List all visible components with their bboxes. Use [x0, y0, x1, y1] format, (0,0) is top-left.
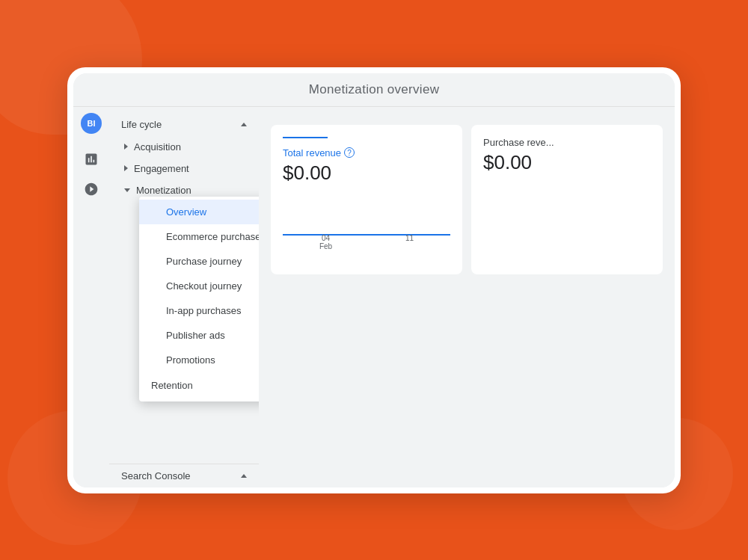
- dropdown-item-promotions[interactable]: Promotions: [139, 348, 259, 372]
- engagement-chevron-icon: [124, 165, 128, 171]
- dropdown-item-purchase-journey[interactable]: Purchase journey: [139, 249, 259, 274]
- purchase-revenue-value: $0.00: [483, 151, 651, 174]
- lifecycle-label: Life cycle: [121, 119, 162, 130]
- dropdown-item-retention[interactable]: Retention: [139, 372, 259, 399]
- nav-item-acquisition[interactable]: Acquisition: [109, 136, 259, 158]
- dropdown-item-in-app[interactable]: In-app purchases: [139, 298, 259, 323]
- dropdown-item-ecommerce[interactable]: Ecommerce purchases: [139, 224, 259, 249]
- avatar[interactable]: BI: [81, 113, 102, 134]
- icon-strip: BI: [73, 107, 109, 487]
- chart-label-11: 11: [405, 234, 414, 250]
- app-chrome: Monetization overview BI: [73, 73, 675, 487]
- total-revenue-value: $0.00: [283, 161, 450, 185]
- engagement-label: Engagement: [134, 163, 189, 174]
- app-header: Monetization overview: [73, 73, 675, 107]
- chart-labels: 04 Feb 11: [283, 234, 450, 250]
- dropdown-item-overview[interactable]: Overview: [139, 200, 259, 224]
- total-revenue-label: Total revenue ?: [283, 147, 450, 159]
- realtime-icon-btn[interactable]: [78, 176, 105, 203]
- main-content: Total revenue ? $0.00 04 Feb: [259, 107, 675, 487]
- monetization-dropdown: Overview Ecommerce purchases Purchase jo…: [139, 197, 259, 401]
- nav-panel: Life cycle Acquisition Engagement Moneti…: [109, 107, 259, 487]
- analytics-icon-btn[interactable]: [78, 146, 105, 173]
- acquisition-label: Acquisition: [134, 141, 181, 153]
- search-console-chevron-icon: [241, 474, 247, 478]
- dropdown-item-publisher-ads[interactable]: Publisher ads: [139, 323, 259, 348]
- app-body: BI Life cycle: [73, 107, 675, 487]
- chart-label-feb4: 04 Feb: [319, 234, 332, 250]
- purchase-revenue-card: Purchase reve... $0.00: [471, 125, 663, 274]
- search-console-label: Search Console: [121, 470, 191, 481]
- acquisition-chevron-icon: [124, 144, 128, 150]
- page-title: Monetization overview: [309, 82, 440, 97]
- lifecycle-section[interactable]: Life cycle: [109, 113, 259, 136]
- main-card: Monetization overview BI: [67, 67, 681, 493]
- dropdown-item-checkout-journey[interactable]: Checkout journey: [139, 274, 259, 298]
- total-revenue-divider: [283, 137, 328, 138]
- total-revenue-info-icon[interactable]: ?: [344, 147, 355, 158]
- monetization-label: Monetization: [136, 185, 191, 196]
- stats-row: Total revenue ? $0.00 04 Feb: [271, 125, 663, 274]
- total-revenue-chart: 04 Feb 11: [283, 191, 450, 250]
- nav-item-engagement[interactable]: Engagement: [109, 158, 259, 179]
- monetization-chevron-icon: [124, 188, 130, 192]
- purchase-revenue-label: Purchase reve...: [483, 137, 651, 148]
- total-revenue-card: Total revenue ? $0.00 04 Feb: [271, 125, 462, 274]
- lifecycle-chevron-icon: [241, 123, 247, 126]
